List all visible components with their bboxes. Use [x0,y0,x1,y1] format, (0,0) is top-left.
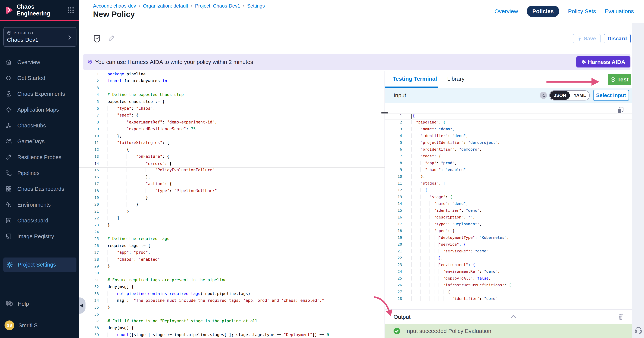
code-line[interactable]: 2 "pipeline": { [385,120,632,127]
breadcrumb-organization[interactable]: Organization: default [143,3,188,9]
chevron-up-icon[interactable] [510,314,517,319]
sidebar-item-environments[interactable]: Environments [0,197,79,213]
sidebar-item-application-maps[interactable]: Application Maps [0,102,79,118]
code-line[interactable]: 26required_tags := { [79,243,385,250]
code-line[interactable]: 17 "type": "Deployment", [385,222,632,228]
code-line[interactable]: 7 "tags": { [385,154,632,161]
code-line[interactable]: 25 "deployToAll": false, [385,276,632,283]
sidebar-item-chaos-dashboards[interactable]: Chaos Dashboards [0,181,79,197]
code-line[interactable]: 2import future.keywords.in [79,79,385,85]
code-line[interactable]: 13 "onFailure": { [79,154,385,161]
sidebar-item-pipelines[interactable]: Pipelines [0,165,79,181]
format-toggle[interactable]: JSON YAML [549,90,590,101]
code-line[interactable]: 35} [79,305,385,312]
code-line[interactable]: 5expected_chaos_step := { [79,99,385,106]
code-line[interactable]: 10 }, [385,174,632,181]
code-line[interactable]: 14 "name": "demo", [385,201,632,208]
code-line[interactable]: 20 } [79,202,385,209]
code-line[interactable]: 8 "experimentRef": "demo-experiment-id", [79,120,385,127]
policy-check-icon[interactable] [93,35,101,43]
sidebar-item-overview[interactable]: Overview [0,54,79,70]
splitter-handle[interactable] [381,112,388,114]
edit-pencil-icon[interactable] [107,35,115,43]
prettify-icon[interactable] [540,92,547,99]
toggle-yaml[interactable]: YAML [570,93,590,98]
code-line[interactable]: 25# Define the required tags [79,236,385,243]
sidebar-item-image-registry[interactable]: Image Registry [0,228,79,244]
code-line[interactable]: 36 [79,312,385,319]
code-line[interactable]: 37# Fail if there is no "Deployment" sta… [79,319,385,325]
code-line[interactable]: 5 "projectIdentifier": "demoproject", [385,140,632,147]
code-line[interactable]: 32deny[msg] { [79,284,385,291]
sidebar-item-help[interactable]: Help [5,300,29,308]
tab-policy-sets[interactable]: Policy Sets [568,8,596,15]
harness-aida-button[interactable]: ✻ Harness AIDA [576,56,630,68]
copy-icon[interactable] [616,106,624,114]
code-line[interactable]: 33 not pipeline_contains_required_tags(i… [79,291,385,298]
code-line[interactable]: 28 "identifier": "demo" [385,296,632,303]
code-line[interactable]: 12 { [79,147,385,154]
module-grid-icon[interactable] [67,7,74,14]
sidebar-item-resilience-probes[interactable]: Resilience Probes [0,149,79,165]
tab-policies[interactable]: Policies [527,6,559,17]
tab-testing-terminal[interactable]: Testing Terminal [392,76,437,82]
code-line[interactable]: 27 "app": "prod", [79,250,385,257]
code-line[interactable]: 3 "name": "demo", [385,127,632,133]
code-line[interactable]: 26 "infrastructureDefinitions": [ [385,283,632,289]
code-line[interactable]: 17 "action": { [79,182,385,188]
sidebar-item-chaoshubs[interactable]: ChaosHubs [0,118,79,133]
code-line[interactable]: 12 { [385,188,632,195]
code-line[interactable]: 4# Define the expected Chaos step [79,92,385,99]
code-line[interactable]: 1package pipeline [79,72,385,79]
code-line[interactable]: 19 "deploymentType": "Kubernetes", [385,235,632,242]
discard-button[interactable]: Discard [604,34,631,43]
tab-library[interactable]: Library [447,76,464,82]
code-line[interactable]: 27 { [385,289,632,296]
code-line[interactable]: 18 "spec": { [385,228,632,235]
sidebar-item-get-started[interactable]: Get Started [0,70,79,86]
code-line[interactable]: 20 "service": { [385,242,632,249]
code-line[interactable]: 28 "chaos": "enabled" [79,257,385,264]
code-line[interactable]: 29} [79,264,385,271]
code-line[interactable]: 9 "chaos": "enabled" [385,167,632,174]
code-line[interactable]: 1{ [385,113,632,120]
code-line[interactable]: 15 "PolicyEvaluationFailure" [79,168,385,175]
code-line[interactable]: 22 }, [385,256,632,262]
code-line[interactable]: 4 "identifier": "demo", [385,133,632,140]
code-line[interactable]: 8 "app": "prod", [385,161,632,167]
code-line[interactable]: 39 count([stage | stage := input.pipelin… [79,332,385,338]
trash-icon[interactable] [618,313,624,320]
code-line[interactable]: 3 [79,86,385,92]
code-line[interactable]: 14 "errors": [ [79,161,385,168]
breadcrumb-account[interactable]: Account: chaos-dev [93,3,136,9]
code-line[interactable]: 34 msg := "The pipeline must include the… [79,298,385,305]
code-line[interactable]: 7 "spec": { [79,113,385,120]
test-button[interactable]: Test [608,74,631,85]
code-line[interactable]: 21 "serviceRef": "demo" [385,249,632,256]
code-line[interactable]: 23} [79,223,385,230]
input-editor[interactable]: 1{2 "pipeline": {3 "name": "demo",4 "ide… [385,103,632,309]
code-line[interactable]: 18 "type": "PipelineRollback" [79,188,385,195]
code-line[interactable]: 22 ] [79,216,385,223]
sidebar-item-project-settings[interactable]: Project Settings [4,257,76,272]
support-headset-icon[interactable] [634,326,642,334]
code-line[interactable]: 30 [79,271,385,277]
code-line[interactable]: 24 [79,230,385,236]
breadcrumb-settings[interactable]: Settings [247,3,265,9]
code-line[interactable]: 10 }, [79,134,385,140]
code-line[interactable]: 13 "stage": { [385,195,632,201]
sidebar-item-chaosguard[interactable]: ChaosGuard [0,213,79,228]
code-line[interactable]: 11 "stages": [ [385,181,632,188]
code-line[interactable]: 11 "failureStrategies": [ [79,140,385,147]
code-line[interactable]: 21 } [79,209,385,216]
project-selector[interactable]: PROJECT Chaos-Dev1 [4,27,76,47]
code-line[interactable]: 15 "identifier": "demo", [385,208,632,215]
code-line[interactable]: 6 "type": "Chaos", [79,106,385,113]
code-line[interactable]: 6 "orgIdentifier": "demoorg", [385,147,632,154]
select-input-button[interactable]: Select Input [593,90,629,101]
code-line[interactable]: 16 "description": "", [385,215,632,222]
save-button[interactable]: Save [573,34,600,43]
sidebar-item-chaos-experiments[interactable]: Chaos Experiments [0,86,79,102]
code-line[interactable]: 19 } [79,195,385,202]
breadcrumb-project[interactable]: Project: Chaos-Dev1 [195,3,240,9]
